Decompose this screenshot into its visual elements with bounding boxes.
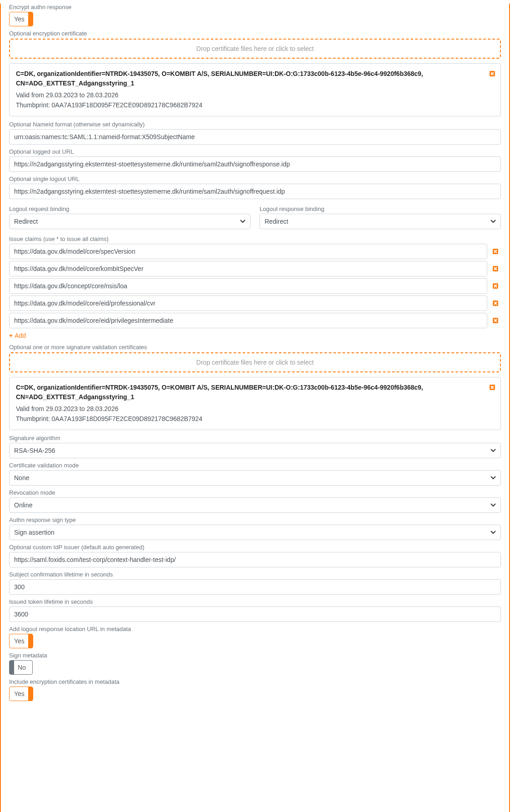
cert-validity: Valid from 29.03.2023 to 28.03.2026 — [16, 404, 494, 414]
add-logout-meta-toggle[interactable]: Yes — [9, 634, 33, 648]
encrypt-authn-toggle[interactable]: Yes — [9, 12, 33, 26]
toggle-value: Yes — [14, 690, 25, 697]
authn-sign-type-label: Authn response sign type — [9, 516, 501, 523]
encryption-cert-card: C=DK, organizationIdentifier=NTRDK-19435… — [9, 63, 501, 116]
toggle-knob — [28, 12, 33, 26]
custom-issuer-input[interactable] — [9, 552, 501, 567]
claim-row — [9, 261, 501, 276]
sig-cert-dropzone[interactable]: Drop certificate files here or click to … — [9, 352, 501, 372]
sign-metadata-toggle[interactable]: No — [9, 660, 33, 675]
sig-certs-label: Optional one or more signature validatio… — [9, 344, 501, 351]
remove-claim-icon[interactable] — [492, 282, 501, 290]
logout-response-binding-label: Logout response binding — [260, 206, 501, 212]
encrypt-authn-label: Encrypt authn response — [9, 4, 501, 10]
remove-cert-icon[interactable] — [489, 70, 496, 77]
form-container: Encrypt authn response Yes Optional encr… — [0, 4, 510, 812]
single-logout-url-label: Optional single logout URL — [9, 175, 501, 182]
cert-subject: C=DK, organizationIdentifier=NTRDK-19435… — [16, 69, 494, 88]
add-logout-meta-label: Add logout response location URL in meta… — [9, 626, 501, 632]
subject-lifetime-label: Subject confirmation lifetime in seconds — [9, 571, 501, 578]
sig-algo-label: Signature algorithm — [9, 435, 501, 441]
logout-response-binding-select[interactable]: Redirect — [260, 214, 501, 229]
cert-thumbprint: Thumbprint: 0AA7A193F18D095F7E2CE09D8921… — [16, 414, 494, 424]
authn-sign-type-select[interactable]: Sign assertion — [9, 525, 501, 540]
include-enc-meta-toggle[interactable]: Yes — [9, 687, 33, 701]
remove-claim-icon[interactable] — [492, 300, 501, 307]
toggle-value: No — [18, 664, 26, 671]
revocation-select[interactable]: Online — [9, 497, 501, 513]
token-lifetime-label: Issued token lifetime in seconds — [9, 598, 501, 605]
remove-claim-icon[interactable] — [492, 265, 501, 272]
claim-row — [9, 313, 501, 328]
encryption-cert-label: Optional encryption certificate — [9, 30, 501, 37]
include-enc-meta-label: Include encryption certificates in metad… — [9, 678, 501, 685]
cert-validation-select[interactable]: None — [9, 470, 501, 486]
add-claim-button[interactable]: Add — [9, 332, 26, 339]
cert-thumbprint: Thumbprint: 0AA7A193F18D095F7E2CE09D8921… — [16, 100, 494, 110]
toggle-knob — [10, 661, 14, 674]
remove-cert-icon[interactable] — [489, 384, 496, 391]
sig-algo-select[interactable]: RSA-SHA-256 — [9, 443, 501, 458]
remove-claim-icon[interactable] — [492, 248, 501, 255]
token-lifetime-input[interactable] — [9, 606, 501, 622]
subject-lifetime-input[interactable] — [9, 579, 501, 595]
claim-row — [9, 278, 501, 294]
logged-out-url-input[interactable] — [9, 156, 501, 172]
claim-input[interactable] — [9, 313, 487, 328]
claim-row — [9, 244, 501, 259]
single-logout-url-input[interactable] — [9, 184, 501, 199]
encryption-cert-dropzone[interactable]: Drop certificate files here or click to … — [9, 39, 501, 59]
sig-cert-card: C=DK, organizationIdentifier=NTRDK-19435… — [9, 377, 501, 430]
nameid-input[interactable] — [9, 129, 501, 145]
toggle-value: Yes — [14, 15, 25, 23]
toggle-knob — [28, 634, 33, 648]
toggle-knob — [28, 687, 33, 701]
toggle-value: Yes — [14, 637, 25, 645]
cert-validity: Valid from 29.03.2023 to 28.03.2026 — [16, 90, 494, 100]
sign-metadata-label: Sign metadata — [9, 652, 501, 659]
claim-row — [9, 296, 501, 311]
claim-input[interactable] — [9, 296, 487, 311]
cert-subject: C=DK, organizationIdentifier=NTRDK-19435… — [16, 383, 494, 402]
claim-input[interactable] — [9, 261, 487, 276]
claim-input[interactable] — [9, 278, 487, 294]
claims-label: Issue claims (use * to issue all claims) — [9, 236, 501, 242]
logout-request-binding-select[interactable]: Redirect — [9, 214, 250, 229]
logged-out-url-label: Optional logged out URL — [9, 148, 501, 155]
remove-claim-icon[interactable] — [492, 317, 501, 324]
logout-request-binding-label: Logout request binding — [9, 206, 250, 212]
custom-issuer-label: Optional custom IdP issuer (default auto… — [9, 544, 501, 551]
cert-validation-label: Certificate validation mode — [9, 462, 501, 469]
claim-input[interactable] — [9, 244, 487, 259]
nameid-label: Optional NameId format (otherwise set dy… — [9, 121, 501, 128]
revocation-label: Revocation mode — [9, 489, 501, 496]
